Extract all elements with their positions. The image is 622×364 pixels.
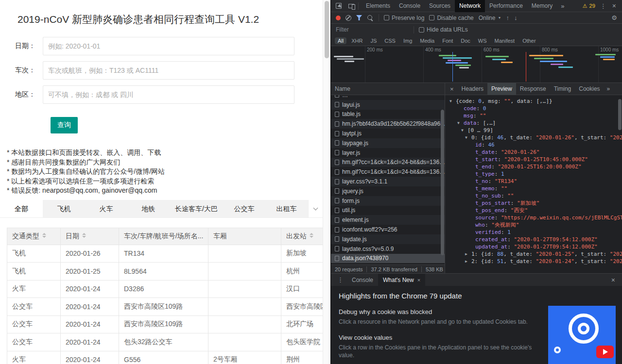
- hide-data-urls-checkbox[interactable]: Hide data URLs: [419, 26, 468, 33]
- request-row[interactable]: element.js: [331, 215, 445, 225]
- drawer-close-icon[interactable]: ×: [607, 276, 619, 284]
- devtools-menu-icon[interactable]: ⋮: [596, 2, 610, 10]
- request-row[interactable]: hm.js?bbf4d3a9d126b5b622f9848a96b…: [331, 119, 445, 129]
- drawer-tab[interactable]: What's New×: [378, 274, 425, 286]
- request-row[interactable]: …: [331, 95, 445, 100]
- devtools-tab[interactable]: Network: [455, 0, 485, 12]
- disclosure-triangle[interactable]: [457, 119, 460, 127]
- preserve-log-checkbox[interactable]: Preserve log: [384, 15, 424, 21]
- drawer-tab[interactable]: Console×: [347, 274, 378, 286]
- request-row[interactable]: laypage.js: [331, 138, 445, 148]
- type-filter-pill[interactable]: Media: [417, 37, 437, 44]
- category-tab[interactable]: 公交车: [223, 200, 265, 217]
- video-thumbnail[interactable]: [548, 306, 616, 364]
- disclosure-triangle[interactable]: [449, 98, 452, 105]
- request-row[interactable]: laytpl.js: [331, 129, 445, 138]
- request-row[interactable]: hm.gif?cc=1&ck=1&cl=24-bit&ds=136…: [331, 167, 445, 177]
- type-filter-pill[interactable]: Font: [439, 37, 456, 44]
- type-filter-pill[interactable]: WS: [475, 37, 490, 44]
- detail-overflow-icon[interactable]: »: [607, 85, 610, 92]
- request-row[interactable]: iconfont.woff2?v=256: [331, 225, 445, 234]
- request-row[interactable]: layer.css?v=3.1.1: [331, 177, 445, 186]
- throttling-select[interactable]: Online▼: [479, 15, 501, 21]
- detail-tab[interactable]: Timing: [550, 83, 575, 95]
- network-filter-input[interactable]: [336, 26, 409, 33]
- filter-icon[interactable]: [356, 15, 362, 20]
- disable-cache-checkbox[interactable]: Disable cache: [429, 15, 473, 21]
- section-title-link[interactable]: View cookie values: [339, 334, 538, 341]
- disclosure-triangle[interactable]: [461, 127, 464, 134]
- type-filter-pill[interactable]: XHR: [348, 37, 365, 44]
- drawer-menu-icon[interactable]: ⋮: [334, 276, 347, 283]
- column-header[interactable]: 出发站: [281, 228, 323, 245]
- request-row[interactable]: hm.gif?cc=1&ck=1&cl=24-bit&ds=136…: [331, 158, 445, 167]
- type-filter-pill[interactable]: All: [335, 37, 346, 44]
- column-header[interactable]: 车厢: [208, 228, 281, 245]
- detail-tab[interactable]: Cookies: [575, 83, 604, 95]
- category-tab[interactable]: 全部: [0, 200, 43, 217]
- field-input[interactable]: [43, 85, 294, 104]
- name-column-header[interactable]: Name: [331, 83, 445, 95]
- category-tab[interactable]: 飞机: [43, 200, 85, 217]
- tab-close-icon[interactable]: ×: [417, 274, 420, 286]
- type-filter-pill[interactable]: Img: [400, 37, 415, 44]
- request-row[interactable]: table.js: [331, 110, 445, 119]
- query-button[interactable]: 查询: [51, 117, 78, 133]
- request-row[interactable]: layer.js: [331, 148, 445, 158]
- category-tab[interactable]: 长途客车/大巴: [170, 200, 223, 217]
- request-row[interactable]: layui.js: [331, 100, 445, 110]
- youtube-play-button[interactable]: [596, 346, 614, 358]
- column-header[interactable]: 车次/车牌/航班号/场所名...: [119, 228, 208, 245]
- record-network-log-button[interactable]: [336, 16, 341, 20]
- detail-tab[interactable]: Headers: [458, 83, 487, 95]
- clear-network-log-icon[interactable]: [346, 15, 351, 21]
- disclosure-triangle[interactable]: [465, 134, 467, 141]
- category-tab[interactable]: 火车: [85, 200, 127, 217]
- devtools-tab[interactable]: Elements: [362, 0, 395, 12]
- detail-tab[interactable]: Preview: [487, 83, 516, 95]
- tab-overflow-button[interactable]: [308, 200, 323, 217]
- device-toolbar-icon[interactable]: [346, 0, 357, 12]
- network-settings-gear-icon[interactable]: ⚙: [611, 14, 617, 21]
- network-overview-timeline[interactable]: 200 ms400 ms600 ms800 ms1000 ms: [331, 46, 622, 83]
- detail-tab[interactable]: Response: [516, 83, 550, 95]
- section-title-link[interactable]: Debug why a cookie was blocked: [339, 308, 538, 315]
- sort-icon[interactable]: [42, 233, 46, 238]
- request-row[interactable]: laydate.js: [331, 234, 445, 244]
- type-filter-pill[interactable]: JS: [367, 37, 380, 44]
- devtools-tab[interactable]: Performance: [485, 0, 527, 12]
- category-tab[interactable]: 地铁: [127, 200, 170, 217]
- search-icon[interactable]: [367, 15, 374, 21]
- sort-icon[interactable]: [310, 233, 313, 238]
- type-filter-pill[interactable]: Doc: [458, 37, 473, 44]
- category-tab[interactable]: 出租车: [265, 200, 308, 217]
- request-row[interactable]: form.js: [331, 196, 445, 206]
- request-row[interactable]: util.js: [331, 206, 445, 215]
- devtools-tab[interactable]: Sources: [425, 0, 455, 12]
- disclosure-triangle[interactable]: [465, 258, 467, 265]
- column-header[interactable]: 交通类型: [7, 228, 61, 245]
- page-scrollbar[interactable]: [323, 0, 330, 364]
- disclosure-triangle[interactable]: [465, 250, 467, 258]
- sort-icon[interactable]: [82, 233, 86, 238]
- inspect-element-icon[interactable]: [333, 0, 345, 12]
- export-har-icon[interactable]: ↓: [514, 14, 518, 21]
- type-filter-pill[interactable]: CSS: [381, 37, 398, 44]
- column-header[interactable]: 日期: [61, 228, 119, 245]
- request-row[interactable]: jquery.js: [331, 186, 445, 196]
- field-input[interactable]: [43, 61, 294, 80]
- requests-scrollbar-thumb[interactable]: [441, 110, 444, 255]
- close-detail-icon[interactable]: ×: [446, 85, 458, 93]
- more-panels-icon[interactable]: »: [558, 2, 567, 10]
- request-row[interactable]: data.json?438970: [331, 254, 445, 264]
- type-filter-pill[interactable]: Other: [519, 37, 539, 44]
- page-scrollbar-thumb[interactable]: [325, 1, 329, 58]
- type-filter-pill[interactable]: Manifest: [492, 37, 518, 44]
- devtools-close-icon[interactable]: ×: [611, 2, 620, 10]
- devtools-tab[interactable]: Memory: [527, 0, 557, 12]
- issues-warning-badge[interactable]: ⚠29: [583, 3, 595, 9]
- devtools-tab[interactable]: Console: [395, 0, 425, 12]
- import-har-icon[interactable]: ↑: [506, 14, 509, 21]
- request-row[interactable]: laydate.css?v=5.0.9: [331, 244, 445, 254]
- field-input[interactable]: [43, 37, 294, 55]
